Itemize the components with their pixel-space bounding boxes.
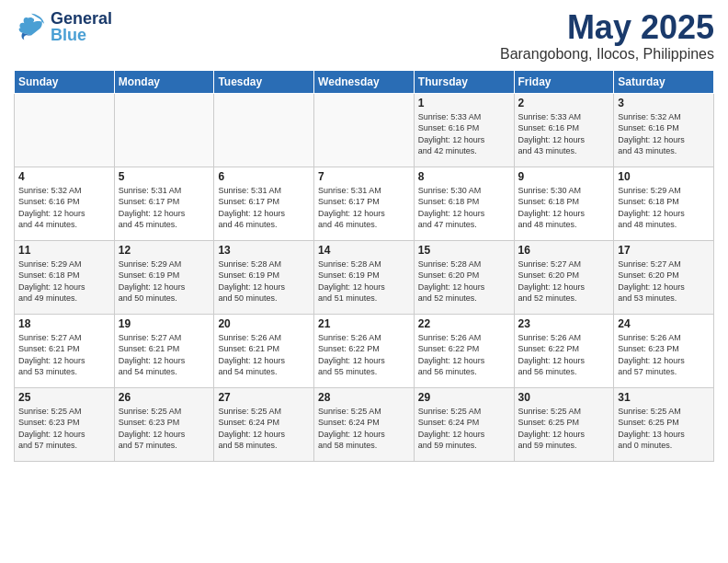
header: General Blue May 2025 Barangobong, Iloco… [14,9,714,63]
day-number: 17 [618,244,710,257]
title-block: May 2025 Barangobong, Ilocos, Philippine… [500,9,714,63]
calendar-cell: 4Sunrise: 5:32 AM Sunset: 6:16 PM Daylig… [15,167,115,240]
day-number: 5 [119,170,210,183]
day-info: Sunrise: 5:25 AM Sunset: 6:24 PM Dayligh… [318,406,410,452]
calendar-cell: 1Sunrise: 5:33 AM Sunset: 6:16 PM Daylig… [414,93,514,167]
calendar-cell: 24Sunrise: 5:26 AM Sunset: 6:23 PM Dayli… [614,314,714,387]
day-number: 22 [418,317,510,330]
header-row: Sunday Monday Tuesday Wednesday Thursday… [15,70,714,93]
col-saturday: Saturday [614,70,714,93]
day-number: 21 [318,317,410,330]
day-number: 18 [18,317,110,330]
col-friday: Friday [514,70,614,93]
day-number: 8 [418,170,510,183]
day-number: 27 [218,391,310,404]
day-number: 24 [618,317,710,330]
calendar-header: Sunday Monday Tuesday Wednesday Thursday… [15,70,714,93]
calendar-week-5: 25Sunrise: 5:25 AM Sunset: 6:23 PM Dayli… [15,387,714,461]
calendar-cell: 27Sunrise: 5:25 AM Sunset: 6:24 PM Dayli… [214,387,314,461]
calendar-table: Sunday Monday Tuesday Wednesday Thursday… [14,70,714,462]
calendar-cell: 31Sunrise: 5:25 AM Sunset: 6:25 PM Dayli… [614,387,714,461]
day-number: 7 [318,170,410,183]
day-number: 20 [218,317,310,330]
page-container: General Blue May 2025 Barangobong, Iloco… [0,0,728,471]
day-info: Sunrise: 5:31 AM Sunset: 6:17 PM Dayligh… [218,185,310,231]
day-number: 10 [618,170,710,183]
calendar-cell: 28Sunrise: 5:25 AM Sunset: 6:24 PM Dayli… [314,387,415,461]
day-info: Sunrise: 5:27 AM Sunset: 6:20 PM Dayligh… [618,259,710,304]
day-info: Sunrise: 5:33 AM Sunset: 6:16 PM Dayligh… [518,111,610,157]
day-info: Sunrise: 5:26 AM Sunset: 6:22 PM Dayligh… [318,332,410,378]
col-sunday: Sunday [15,70,115,93]
calendar-cell: 16Sunrise: 5:27 AM Sunset: 6:20 PM Dayli… [514,240,614,314]
calendar-cell [114,93,214,167]
day-info: Sunrise: 5:26 AM Sunset: 6:22 PM Dayligh… [518,332,610,378]
calendar-cell [314,93,415,167]
day-info: Sunrise: 5:32 AM Sunset: 6:16 PM Dayligh… [18,185,110,231]
day-number: 14 [318,244,410,257]
day-number: 1 [418,97,510,109]
calendar-cell: 18Sunrise: 5:27 AM Sunset: 6:21 PM Dayli… [15,314,115,387]
calendar-cell: 29Sunrise: 5:25 AM Sunset: 6:24 PM Dayli… [414,387,514,461]
calendar-cell: 9Sunrise: 5:30 AM Sunset: 6:18 PM Daylig… [514,167,614,240]
calendar-cell: 2Sunrise: 5:33 AM Sunset: 6:16 PM Daylig… [514,93,614,167]
day-info: Sunrise: 5:31 AM Sunset: 6:17 PM Dayligh… [318,185,410,231]
calendar-cell: 13Sunrise: 5:28 AM Sunset: 6:19 PM Dayli… [214,240,314,314]
calendar-cell: 6Sunrise: 5:31 AM Sunset: 6:17 PM Daylig… [214,167,314,240]
day-info: Sunrise: 5:25 AM Sunset: 6:23 PM Dayligh… [18,406,110,452]
calendar-cell: 22Sunrise: 5:26 AM Sunset: 6:22 PM Dayli… [414,314,514,387]
day-number: 19 [119,317,210,330]
day-info: Sunrise: 5:25 AM Sunset: 6:24 PM Dayligh… [418,406,510,452]
calendar-cell: 23Sunrise: 5:26 AM Sunset: 6:22 PM Dayli… [514,314,614,387]
calendar-week-1: 1Sunrise: 5:33 AM Sunset: 6:16 PM Daylig… [15,93,714,167]
day-info: Sunrise: 5:28 AM Sunset: 6:20 PM Dayligh… [418,259,510,304]
day-info: Sunrise: 5:26 AM Sunset: 6:22 PM Dayligh… [418,332,510,378]
day-number: 13 [218,244,310,257]
day-number: 23 [518,317,610,330]
calendar-week-4: 18Sunrise: 5:27 AM Sunset: 6:21 PM Dayli… [15,314,714,387]
col-tuesday: Tuesday [214,70,314,93]
calendar-cell [214,93,314,167]
col-wednesday: Wednesday [314,70,415,93]
calendar-cell: 26Sunrise: 5:25 AM Sunset: 6:23 PM Dayli… [114,387,214,461]
calendar-body: 1Sunrise: 5:33 AM Sunset: 6:16 PM Daylig… [15,93,714,461]
calendar-cell: 5Sunrise: 5:31 AM Sunset: 6:17 PM Daylig… [114,167,214,240]
day-number: 3 [618,97,710,109]
logo-words: General Blue [51,10,112,43]
col-thursday: Thursday [414,70,514,93]
day-number: 11 [18,244,110,257]
day-number: 25 [18,391,110,404]
day-info: Sunrise: 5:25 AM Sunset: 6:25 PM Dayligh… [518,406,610,452]
day-info: Sunrise: 5:32 AM Sunset: 6:16 PM Dayligh… [618,111,710,157]
calendar-cell: 30Sunrise: 5:25 AM Sunset: 6:25 PM Dayli… [514,387,614,461]
day-info: Sunrise: 5:31 AM Sunset: 6:17 PM Dayligh… [119,185,210,231]
calendar-cell: 8Sunrise: 5:30 AM Sunset: 6:18 PM Daylig… [414,167,514,240]
day-info: Sunrise: 5:27 AM Sunset: 6:20 PM Dayligh… [518,259,610,304]
logo-blue-text: Blue [51,27,112,43]
day-number: 15 [418,244,510,257]
day-info: Sunrise: 5:28 AM Sunset: 6:19 PM Dayligh… [218,259,310,304]
day-info: Sunrise: 5:26 AM Sunset: 6:23 PM Dayligh… [618,332,710,378]
location: Barangobong, Ilocos, Philippines [500,46,714,63]
day-info: Sunrise: 5:29 AM Sunset: 6:18 PM Dayligh… [18,259,110,304]
day-info: Sunrise: 5:27 AM Sunset: 6:21 PM Dayligh… [18,332,110,378]
calendar-cell: 20Sunrise: 5:26 AM Sunset: 6:21 PM Dayli… [214,314,314,387]
day-number: 28 [318,391,410,404]
logo-icon [14,9,49,44]
col-monday: Monday [114,70,214,93]
logo: General Blue [14,9,112,44]
calendar-cell: 3Sunrise: 5:32 AM Sunset: 6:16 PM Daylig… [614,93,714,167]
logo-general-text: General [51,10,112,27]
day-info: Sunrise: 5:29 AM Sunset: 6:19 PM Dayligh… [119,259,210,304]
calendar-week-2: 4Sunrise: 5:32 AM Sunset: 6:16 PM Daylig… [15,167,714,240]
calendar-cell [15,93,115,167]
day-number: 12 [119,244,210,257]
calendar-week-3: 11Sunrise: 5:29 AM Sunset: 6:18 PM Dayli… [15,240,714,314]
calendar-cell: 10Sunrise: 5:29 AM Sunset: 6:18 PM Dayli… [614,167,714,240]
month-title: May 2025 [500,9,714,46]
day-number: 6 [218,170,310,183]
day-info: Sunrise: 5:25 AM Sunset: 6:24 PM Dayligh… [218,406,310,452]
calendar-cell: 25Sunrise: 5:25 AM Sunset: 6:23 PM Dayli… [15,387,115,461]
day-number: 16 [518,244,610,257]
day-info: Sunrise: 5:25 AM Sunset: 6:25 PM Dayligh… [618,406,710,452]
